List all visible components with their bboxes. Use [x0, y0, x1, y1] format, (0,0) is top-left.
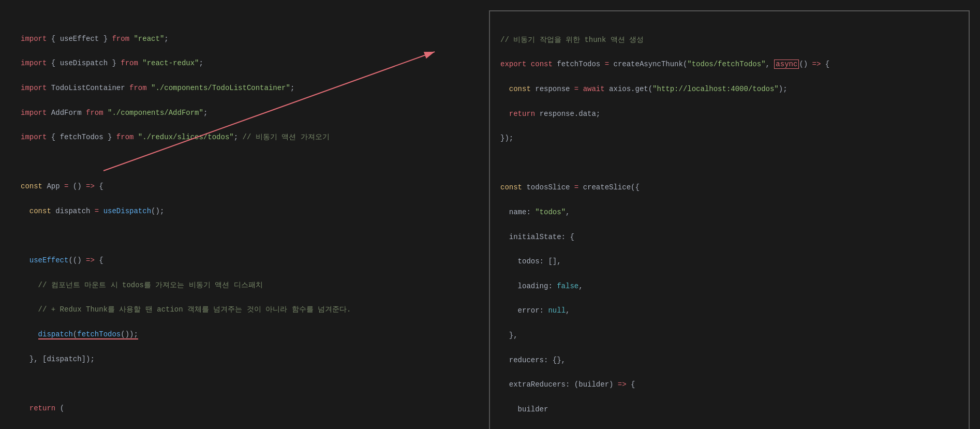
r-line-9: todos: [],	[500, 256, 958, 268]
line-2: import { useDispatch } from "react-redux…	[21, 57, 479, 70]
r-line-3: const response = await axios.get("http:/…	[500, 83, 958, 96]
line-15	[21, 378, 479, 390]
r-line-13: reducers: {},	[500, 354, 958, 367]
r-line-12: },	[500, 330, 958, 342]
line-8: const dispatch = useDispatch();	[21, 205, 479, 218]
line-5: import { fetchTodos } from "./redux/slic…	[21, 131, 479, 144]
right-code-block: // 비동기 작업을 위한 thunk 액션 생성 export const f…	[500, 22, 958, 429]
line-13: dispatch(fetchTodos());	[21, 329, 479, 341]
r-line-14: extraReducers: (builder) => {	[500, 379, 958, 391]
line-3: import TodoListContainer from "./compone…	[21, 82, 479, 95]
right-panel: // 비동기 작업을 위한 thunk 액션 생성 export const f…	[489, 10, 970, 429]
line-11: // 컴포넌트 마운트 시 todos를 가져오는 비동기 액션 디스패치	[21, 279, 479, 292]
line-7: const App = () => {	[21, 181, 479, 193]
r-line-4: return response.data;	[500, 108, 958, 121]
r-line-10: loading: false,	[500, 280, 958, 293]
r-line-15: builder	[500, 404, 958, 416]
line-4: import AddForm from "./components/AddFor…	[21, 107, 479, 120]
r-line-11: error: null,	[500, 305, 958, 317]
left-panel: import { useEffect } from "react"; impor…	[10, 10, 489, 429]
r-line-5: });	[500, 132, 958, 145]
r-line-2: export const fetchTodos = createAsyncThu…	[500, 58, 958, 71]
line-17: <div>	[21, 427, 479, 429]
panels-wrapper: import { useEffect } from "react"; impor…	[10, 10, 970, 429]
r-line-7: name: "todos",	[500, 206, 958, 219]
line-1: import { useEffect } from "react";	[21, 33, 479, 46]
r-spacer-1	[500, 157, 958, 170]
line-14: }, [dispatch]);	[21, 353, 479, 366]
line-12: // + Redux Thunk를 사용할 땐 action 객체를 넘겨주는 …	[21, 304, 479, 316]
line-6	[21, 156, 479, 169]
line-10: useEffect(() => {	[21, 255, 479, 267]
r-line-1: // 비동기 작업을 위한 thunk 액션 생성	[500, 34, 958, 47]
r-line-6: const todosSlice = createSlice({	[500, 182, 958, 194]
r-line-8: initialState: {	[500, 231, 958, 244]
left-code-block: import { useEffect } from "react"; impor…	[21, 21, 479, 429]
line-9	[21, 230, 479, 243]
line-16: return (	[21, 403, 479, 415]
